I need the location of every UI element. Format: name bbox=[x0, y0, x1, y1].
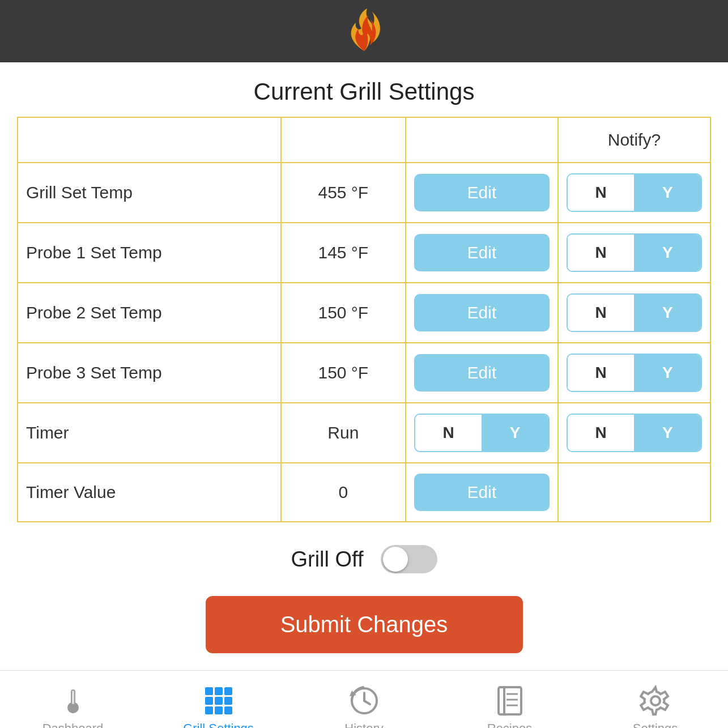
ny-n-probe1[interactable]: N bbox=[568, 235, 635, 271]
edit-button-probe3[interactable]: Edit bbox=[414, 354, 550, 391]
nav-item-dashboard[interactable]: Dashboard bbox=[0, 671, 146, 728]
row-value-probe2: 150 °F bbox=[281, 283, 406, 343]
svg-rect-6 bbox=[205, 697, 213, 705]
nav-label-history: History bbox=[344, 721, 383, 729]
nav-item-grill-settings[interactable]: Grill Settings bbox=[146, 671, 291, 728]
row-value-grill-set-temp: 455 °F bbox=[281, 163, 406, 223]
thermometer-icon bbox=[57, 685, 89, 717]
row-label-grill-set-temp: Grill Set Temp bbox=[18, 163, 281, 223]
ny-y-timer-run[interactable]: Y bbox=[482, 415, 548, 451]
row-notify-grill-set-temp: N Y bbox=[558, 163, 710, 223]
submit-changes-button[interactable]: Submit Changes bbox=[206, 596, 523, 653]
row-edit-probe3[interactable]: Edit bbox=[406, 343, 558, 403]
ny-y-grill-set-temp[interactable]: Y bbox=[634, 174, 701, 211]
svg-rect-4 bbox=[215, 687, 223, 695]
header-label-col bbox=[18, 117, 281, 163]
grill-off-toggle[interactable] bbox=[381, 545, 437, 573]
svg-rect-8 bbox=[224, 697, 232, 705]
row-notify-probe3: N Y bbox=[558, 343, 710, 403]
table-row: Probe 2 Set Temp 150 °F Edit N Y bbox=[18, 283, 710, 343]
grill-off-label: Grill Off bbox=[291, 547, 363, 572]
edit-button-timer-value[interactable]: Edit bbox=[414, 474, 550, 511]
row-notify-probe2: N Y bbox=[558, 283, 710, 343]
row-label-timer: Timer bbox=[18, 403, 281, 463]
ny-y-timer-notify[interactable]: Y bbox=[634, 415, 701, 451]
table-row: Timer Run N Y N Y bbox=[18, 403, 710, 463]
ny-n-probe2[interactable]: N bbox=[568, 295, 635, 331]
svg-rect-14 bbox=[499, 687, 521, 714]
svg-point-19 bbox=[651, 696, 660, 705]
table-row: Probe 3 Set Temp 150 °F Edit N Y bbox=[18, 343, 710, 403]
ny-toggle-probe2[interactable]: N Y bbox=[567, 293, 702, 332]
row-label-probe1: Probe 1 Set Temp bbox=[18, 223, 281, 283]
svg-rect-5 bbox=[224, 687, 232, 695]
table-row: Probe 1 Set Temp 145 °F Edit N Y bbox=[18, 223, 710, 283]
nav-item-recipes[interactable]: Recipes bbox=[437, 671, 582, 728]
svg-rect-9 bbox=[205, 706, 213, 714]
gear-icon bbox=[640, 685, 671, 717]
ny-y-probe1[interactable]: Y bbox=[634, 235, 701, 271]
row-notify-timer: N Y bbox=[558, 403, 710, 463]
ny-n-timer-run[interactable]: N bbox=[415, 415, 482, 451]
grill-off-section: Grill Off bbox=[0, 522, 728, 585]
history-icon bbox=[348, 685, 380, 717]
edit-button-probe2[interactable]: Edit bbox=[414, 294, 550, 331]
row-label-probe3: Probe 3 Set Temp bbox=[18, 343, 281, 403]
row-notify-probe1: N Y bbox=[558, 223, 710, 283]
svg-rect-11 bbox=[224, 706, 232, 714]
row-edit-timer-value[interactable]: Edit bbox=[406, 463, 558, 522]
table-header-row: Notify? bbox=[18, 117, 710, 163]
row-edit-grill-set-temp[interactable]: Edit bbox=[406, 163, 558, 223]
nav-label-recipes: Recipes bbox=[487, 721, 532, 729]
book-icon bbox=[494, 685, 526, 717]
ny-toggle-timer-run[interactable]: N Y bbox=[414, 414, 550, 452]
table-row: Timer Value 0 Edit bbox=[18, 463, 710, 522]
nav-label-dashboard: Dashboard bbox=[42, 721, 104, 729]
ny-y-probe2[interactable]: Y bbox=[634, 295, 701, 331]
row-edit-probe2[interactable]: Edit bbox=[406, 283, 558, 343]
ny-n-grill-set-temp[interactable]: N bbox=[568, 174, 635, 211]
header-edit-col bbox=[406, 117, 558, 163]
submit-section: Submit Changes bbox=[0, 585, 728, 670]
svg-rect-3 bbox=[205, 687, 213, 695]
ny-toggle-probe3[interactable]: N Y bbox=[567, 354, 702, 392]
ny-y-probe3[interactable]: Y bbox=[634, 355, 701, 391]
nav-label-grill-settings: Grill Settings bbox=[183, 721, 254, 729]
row-edit-timer: N Y bbox=[406, 403, 558, 463]
svg-rect-2 bbox=[72, 691, 74, 704]
row-notify-timer-value bbox=[558, 463, 710, 522]
table-row: Grill Set Temp 455 °F Edit N Y bbox=[18, 163, 710, 223]
svg-rect-10 bbox=[215, 706, 223, 714]
row-value-timer: Run bbox=[281, 403, 406, 463]
ny-toggle-grill-set-temp[interactable]: N Y bbox=[567, 173, 702, 212]
nav-item-settings[interactable]: Settings bbox=[582, 671, 728, 728]
bottom-nav: Dashboard Grill Settings History bbox=[0, 670, 728, 728]
row-value-timer-value: 0 bbox=[281, 463, 406, 522]
row-edit-probe1[interactable]: Edit bbox=[406, 223, 558, 283]
ny-toggle-probe1[interactable]: N Y bbox=[567, 233, 702, 272]
settings-table: Notify? Grill Set Temp 455 °F Edit N Y bbox=[17, 117, 711, 522]
row-label-timer-value: Timer Value bbox=[18, 463, 281, 522]
edit-button-probe1[interactable]: Edit bbox=[414, 234, 550, 271]
ny-n-probe3[interactable]: N bbox=[568, 355, 635, 391]
nav-item-history[interactable]: History bbox=[291, 671, 437, 728]
page-title: Current Grill Settings bbox=[0, 62, 728, 117]
settings-table-wrapper: Notify? Grill Set Temp 455 °F Edit N Y bbox=[0, 117, 728, 522]
header-notify-col: Notify? bbox=[558, 117, 710, 163]
row-value-probe3: 150 °F bbox=[281, 343, 406, 403]
svg-rect-7 bbox=[215, 697, 223, 705]
header-value-col bbox=[281, 117, 406, 163]
ny-toggle-timer-notify[interactable]: N Y bbox=[567, 414, 702, 452]
grid-icon bbox=[203, 685, 235, 717]
toggle-knob bbox=[383, 547, 408, 572]
flame-logo-icon bbox=[344, 8, 384, 54]
ny-n-timer-notify[interactable]: N bbox=[568, 415, 635, 451]
edit-button-grill-set-temp[interactable]: Edit bbox=[414, 174, 550, 211]
nav-label-settings: Settings bbox=[633, 721, 678, 729]
row-label-probe2: Probe 2 Set Temp bbox=[18, 283, 281, 343]
app-header bbox=[0, 0, 728, 62]
row-value-probe1: 145 °F bbox=[281, 223, 406, 283]
